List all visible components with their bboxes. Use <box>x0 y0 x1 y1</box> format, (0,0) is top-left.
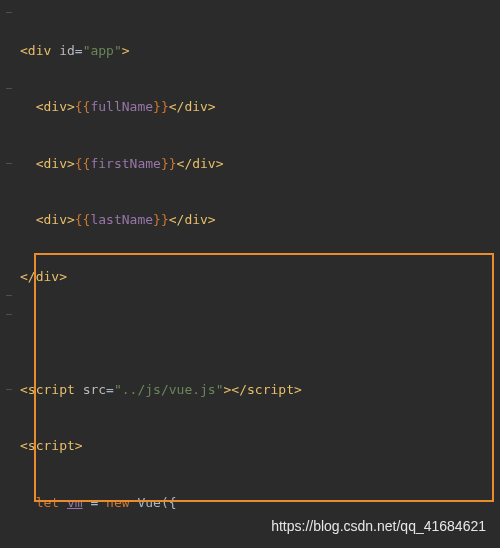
code-line: <script> <box>20 437 435 456</box>
watermark: https://blog.csdn.net/qq_41684621 <box>271 516 486 536</box>
code-line: <div>{{fullName}}</div> <box>20 98 435 117</box>
fold-icon[interactable]: − <box>0 306 18 325</box>
code-area[interactable]: <div id="app"> <div>{{fullName}}</div> <… <box>18 0 435 548</box>
fold-icon[interactable]: − <box>0 79 18 98</box>
fold-icon[interactable]: − <box>0 287 18 306</box>
code-line: let vm = new Vue({ <box>20 494 435 513</box>
code-editor: − − − − − − <div id="app"> <div>{{fullNa… <box>0 0 500 548</box>
fold-icon[interactable]: − <box>0 4 18 23</box>
code-line: <div>{{firstName}}</div> <box>20 155 435 174</box>
code-line: </div> <box>20 268 435 287</box>
code-line: <div>{{lastName}}</div> <box>20 211 435 230</box>
code-line <box>20 324 435 343</box>
fold-icon[interactable]: − <box>0 155 18 174</box>
code-line: <script src="../js/vue.js"></script> <box>20 381 435 400</box>
code-line: <div id="app"> <box>20 42 435 61</box>
fold-icon[interactable]: − <box>0 381 18 400</box>
fold-gutter: − − − − − − <box>0 0 18 548</box>
